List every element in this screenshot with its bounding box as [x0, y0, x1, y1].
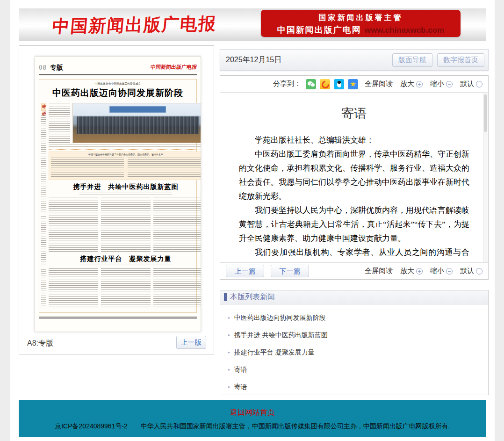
scrollbar-thumb[interactable]: [484, 94, 487, 132]
news-list-item[interactable]: 搭建行业平台 凝聚发展力量: [220, 344, 488, 361]
newspaper-page-image[interactable]: 08 专版 中国新闻出版广电报 中国出版协会中医药出版工作委员成立 中医药出版迈…: [35, 56, 201, 332]
qzone-share-icon[interactable]: ★: [348, 79, 358, 89]
photo-caption-lines: [49, 145, 201, 147]
text-lines: [153, 197, 201, 252]
article-paragraph: 我们要坚持以人民为中心，深耕优质内容，用现代语言解读岐黄智慧，让古老典籍走入日常…: [239, 203, 469, 246]
newspaper-headline-third: 搭建行业平台 凝聚发展力量: [49, 255, 201, 263]
newspaper-headline-main: 中医药出版迈向协同发展新阶段: [41, 87, 194, 99]
article-paragraph: 学苑出版社社长、总编辑洪文雄：: [239, 133, 469, 147]
text-lines: [49, 197, 98, 252]
news-list-item[interactable]: 中医药出版迈向协同发展新阶段: [220, 309, 488, 326]
dotted-divider: [49, 149, 201, 150]
text-lines: [41, 114, 46, 169]
prev-page-button[interactable]: 上一版: [176, 336, 206, 349]
view-controls: 全屏阅读 放大+ 缩小− 默认: [365, 80, 482, 88]
zoom-in-link[interactable]: 放大+: [400, 267, 423, 275]
date-toolbar: 2025年12月15日 版面导航 数字报首页: [220, 49, 489, 71]
body-columns: [49, 197, 201, 252]
name-list-box: 中国出版协会中医药出版工作委员会主任委员、副主任委员、秘书长名单: [49, 152, 201, 181]
fullscreen-link[interactable]: 全屏阅读: [365, 267, 393, 275]
article-title: 寄语: [239, 105, 469, 122]
next-article-button[interactable]: 下一篇: [271, 265, 309, 277]
site-footer: 返回网站首页 京ICP备2024089961号-2 中华人民共和国国家新闻出版署…: [19, 400, 486, 437]
circle-icon[interactable]: [476, 81, 482, 87]
minus-circle-icon[interactable]: −: [446, 268, 453, 275]
newspaper-masthead: 中国新闻出版广电报: [151, 62, 197, 71]
text-lines: [49, 103, 70, 143]
article-paragraph: 我们要加强出版机构、专家学者、从业人员之间的沟通与合作，凝聚行业力量，研究探讨中…: [239, 246, 469, 262]
banner-line1: 国家新闻出版署主管: [261, 13, 461, 23]
masthead-banner: 国家新闻出版署主管 中国新闻出版广电网 www.chinaxwcb.com: [261, 10, 461, 37]
text-lines: [41, 269, 46, 309]
list-accent-bar-icon: [224, 293, 227, 301]
news-list-item[interactable]: 寄语: [220, 378, 488, 396]
plus-circle-icon[interactable]: +: [416, 268, 423, 275]
newspaper-page-header: 08 专版 中国新闻出版广电报: [39, 63, 197, 75]
newspaper-middle-column: 中国出版协会中医药出版工作委员会主任委员、副主任委员、秘书长名单 携手并进 共绘…: [49, 103, 201, 309]
site-header: 中国新闻出版广电报 国家新闻出版署主管 中国新闻出版广电网 www.chinax…: [19, 8, 486, 41]
photo-backdrop-banner: [109, 106, 166, 113]
plus-circle-icon[interactable]: +: [416, 81, 423, 87]
news-list-header: 本版列表新闻: [220, 290, 488, 304]
text-lines: [153, 268, 201, 309]
newspaper-headline-second: 携手并进 共绘中医药出版新蓝图: [49, 183, 201, 191]
share-icons: ★: [306, 79, 358, 89]
minus-circle-icon[interactable]: −: [446, 81, 453, 87]
text-lines: [51, 158, 124, 177]
issue-date: 2025年12月15日: [226, 55, 281, 65]
page-preview-footer: A8:专版 上一版: [19, 335, 214, 354]
news-list-item[interactable]: 寄语: [220, 361, 488, 378]
fullscreen-link[interactable]: 全屏阅读: [365, 80, 393, 88]
byline-lines: [79, 265, 172, 267]
share-label: 分享到：: [273, 80, 301, 88]
name-list-lines: [51, 158, 201, 177]
column-tag-left: 寄语: [41, 103, 46, 111]
page: 中国新闻出版广电报 国家新闻出版署主管 中国新闻出版广电网 www.chinax…: [10, 0, 495, 441]
name-list-title: 中国出版协会中医药出版工作委员会主任委员、副主任委员、秘书长名单: [88, 153, 163, 155]
text-lines: [128, 158, 201, 177]
default-size-link[interactable]: 默认: [460, 80, 482, 88]
page-preview-panel: 08 专版 中国新闻出版广电报 中国出版协会中医药出版工作委员成立 中医药出版迈…: [19, 45, 214, 354]
banner-url[interactable]: www.chinaxwcb.com: [365, 26, 444, 35]
text-lines: [49, 268, 98, 309]
wechat-share-icon[interactable]: [306, 79, 316, 89]
prev-article-button[interactable]: 上一篇: [226, 265, 264, 277]
layout-nav-button[interactable]: 版面导航: [392, 53, 432, 67]
newspaper-page-number: 08: [39, 64, 47, 71]
text-lines: [101, 268, 151, 309]
article-scrollbar[interactable]: [483, 93, 488, 262]
zoom-out-link[interactable]: 缩小−: [430, 267, 453, 275]
news-list: 中医药出版迈向协同发展新阶段 携手并进 共绘中医药出版新蓝图 搭建行业平台 凝聚…: [220, 304, 488, 396]
view-controls: 全屏阅读 放大+ 缩小− 默认: [365, 267, 482, 275]
conference-photo: [72, 103, 201, 143]
digital-home-button[interactable]: 数字报首页: [437, 53, 484, 67]
article-content: 寄语 学苑出版社社长、总编辑洪文雄： 中医药出版工委肩负着面向世界，传承中医药精…: [220, 93, 482, 262]
qq-share-icon[interactable]: [334, 79, 344, 89]
news-list-title: 本版列表新闻: [230, 292, 275, 302]
zoom-out-link[interactable]: 缩小−: [430, 80, 453, 88]
article-nav-toolbar: 上一篇 下一篇 全屏阅读 放大+ 缩小− 默认: [220, 262, 488, 279]
zoom-in-link[interactable]: 放大+: [400, 80, 423, 88]
site-logo[interactable]: 中国新闻出版广电报: [51, 12, 218, 38]
byline-lines: [79, 193, 172, 195]
circle-icon[interactable]: [476, 268, 482, 275]
article-panel: 分享到： ★ 全屏阅读 放大+ 缩小− 默认 寄语 学苑出版社社长、总编辑洪文雄…: [220, 75, 489, 280]
newspaper-content-box: 中国出版协会中医药出版工作委员成立 中医药出版迈向协同发展新阶段 寄语: [39, 79, 197, 313]
page-news-list-panel: 本版列表新闻 中医药出版迈向协同发展新阶段 携手并进 共绘中医药出版新蓝图 搭建…: [220, 290, 489, 395]
text-lines: [41, 216, 46, 267]
share-toolbar: 分享到： ★ 全屏阅读 放大+ 缩小− 默认: [220, 76, 488, 93]
banner-line2: 中国新闻出版广电网 www.chinaxwcb.com: [261, 24, 461, 36]
article-paragraph: 中医药出版工委肩负着面向世界，传承中医药精华、守正创新的文化使命，承担着积累文化…: [239, 147, 469, 203]
photo-crowd: [77, 116, 198, 134]
newspaper-masthead-title: 中国新闻出版广电报: [150, 64, 197, 71]
banner-site-name: 中国新闻出版广电网: [277, 25, 361, 35]
toolbar-buttons: 版面导航 数字报首页: [392, 53, 484, 67]
page-label: A8:专版: [27, 339, 53, 348]
text-lines: [41, 172, 46, 213]
newspaper-kicker: 中国出版协会中医药出版工作委员成立: [73, 82, 162, 84]
newspaper-bottom-rule: [39, 317, 197, 319]
news-list-item[interactable]: 携手并进 共绘中医药出版新蓝图: [220, 326, 488, 344]
default-size-link[interactable]: 默认: [460, 267, 482, 275]
footer-home-link[interactable]: 返回网站首页: [230, 408, 275, 418]
weibo-share-icon[interactable]: [320, 79, 330, 89]
